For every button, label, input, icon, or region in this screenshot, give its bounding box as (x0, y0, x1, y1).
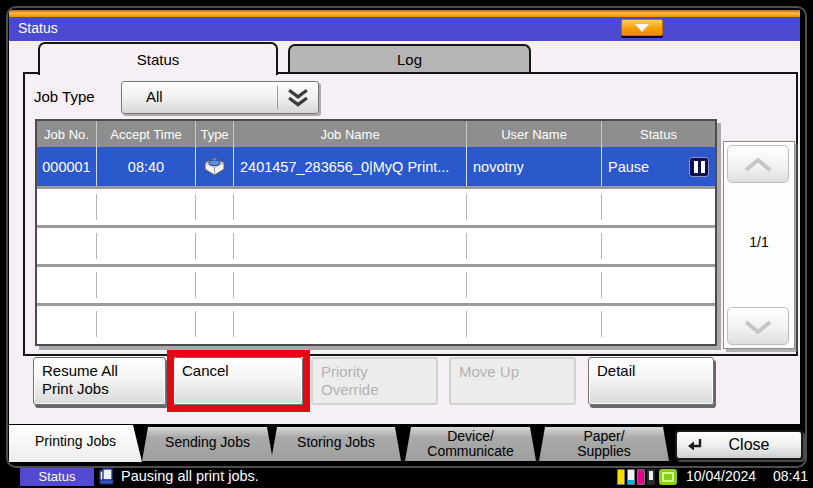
col-header-job-no: Job No. (37, 121, 97, 147)
table-row-empty (37, 264, 715, 303)
status-badge: Status (20, 468, 94, 486)
job-type-label: Job Type (34, 88, 95, 105)
cell-user-name: novotny (467, 147, 602, 186)
col-header-user-name: User Name (467, 121, 602, 147)
job-type-value: All (146, 88, 163, 105)
cell-status-text: Pause (608, 159, 649, 175)
status-date: 10/04/2024 (686, 468, 756, 484)
table-row-selected[interactable]: 000001 08:40 (37, 147, 715, 186)
tab-storing-jobs-label: Storing Jobs (297, 434, 375, 450)
return-arrow-icon (685, 436, 705, 454)
chevron-up-icon (741, 156, 775, 173)
toner-magenta-icon (637, 469, 645, 485)
bottom-tab-strip: Printing Jobs Sending Jobs Storing Jobs … (9, 424, 800, 462)
down-triangle-icon (635, 24, 649, 32)
job-table: Job No. Accept Time Type Job Name User N… (35, 119, 717, 346)
dropdown-divider (277, 86, 278, 109)
page-indicator: 1/1 (724, 234, 794, 250)
close-button-label: Close (705, 436, 793, 454)
close-button[interactable]: Close (675, 430, 803, 460)
window-content: Status Log Job Type All (9, 41, 800, 424)
tab-device-label-line2: Communicate (405, 444, 536, 459)
status-panel: Job Type All Job No. Accept Time (23, 72, 798, 356)
cell-accept-time: 08:40 (97, 147, 196, 186)
tab-printing-jobs-label: Printing Jobs (35, 433, 116, 449)
table-row-empty (37, 186, 715, 225)
scroll-down-button[interactable] (727, 307, 789, 345)
pause-icon (689, 157, 709, 177)
col-header-type: Type (196, 121, 234, 147)
tab-paper-label-line1: Paper/ (539, 429, 669, 444)
priority-label-line2: Override (321, 381, 428, 399)
toner-black-icon (647, 469, 655, 485)
table-row-empty (37, 225, 715, 264)
toner-cyan-icon (627, 469, 635, 485)
printer-icon (204, 157, 225, 176)
cell-type (196, 147, 234, 186)
tab-sending-jobs[interactable]: Sending Jobs (142, 427, 273, 461)
tab-device-label-line1: Device/ (405, 429, 536, 444)
tab-log[interactable]: Log (288, 44, 531, 73)
touch-screen: Status Status Log Job Type All (0, 0, 813, 488)
tab-sending-jobs-label: Sending Jobs (165, 434, 250, 450)
tab-log-label: Log (397, 51, 422, 68)
cancel-button[interactable]: Cancel (173, 357, 303, 405)
printer-status-icon (98, 468, 116, 485)
status-window: Status Status Log Job Type All (6, 6, 807, 468)
window-titlebar: Status (9, 17, 800, 41)
cell-status: Pause (602, 147, 715, 186)
priority-label-line1: Priority (321, 363, 428, 381)
detail-label: Detail (597, 362, 705, 380)
collapse-button[interactable] (621, 19, 663, 36)
tab-status-label: Status (137, 51, 180, 68)
resume-label-line1: Resume All (42, 362, 157, 380)
job-type-dropdown[interactable]: All (121, 81, 319, 114)
col-header-status: Status (602, 121, 715, 147)
window-top-accent (9, 10, 800, 17)
tab-paper-label-line2: Supplies (539, 444, 669, 459)
chevron-down-icon (741, 318, 775, 335)
scroll-up-button[interactable] (727, 145, 789, 183)
table-row-empty (37, 303, 715, 342)
scroll-pager: 1/1 (723, 141, 795, 349)
resume-label-line2: Print Jobs (42, 380, 157, 398)
tab-status[interactable]: Status (38, 42, 278, 75)
tab-device-communicate[interactable]: Device/ Communicate (405, 427, 536, 461)
detail-button[interactable]: Detail (588, 357, 714, 405)
double-chevron-down-icon (285, 88, 311, 112)
priority-override-button[interactable]: Priority Override (311, 357, 438, 405)
tab-paper-supplies[interactable]: Paper/ Supplies (539, 427, 669, 461)
resume-all-print-jobs-button[interactable]: Resume All Print Jobs (33, 357, 166, 405)
memory-indicator-icon (659, 469, 677, 485)
cell-job-name: 2401457_283656_0|MyQ Print... (234, 147, 467, 186)
cancel-label: Cancel (182, 362, 294, 380)
tab-storing-jobs[interactable]: Storing Jobs (271, 427, 401, 461)
status-time: 08:41 (773, 468, 808, 484)
tab-printing-jobs[interactable]: Printing Jobs (9, 425, 142, 462)
toner-yellow-icon (617, 469, 625, 485)
col-header-accept-time: Accept Time (97, 121, 196, 147)
device-status-bar: Status Pausing all print jobs. 10/04/202… (0, 466, 813, 488)
col-header-job-name: Job Name (234, 121, 467, 147)
cell-job-no: 000001 (37, 147, 97, 186)
status-message: Pausing all print jobs. (121, 468, 259, 484)
move-up-button[interactable]: Move Up (449, 357, 576, 405)
move-up-label: Move Up (459, 363, 566, 381)
window-title: Status (18, 20, 58, 36)
job-table-header: Job No. Accept Time Type Job Name User N… (37, 121, 715, 147)
toner-level-indicators (617, 469, 655, 485)
